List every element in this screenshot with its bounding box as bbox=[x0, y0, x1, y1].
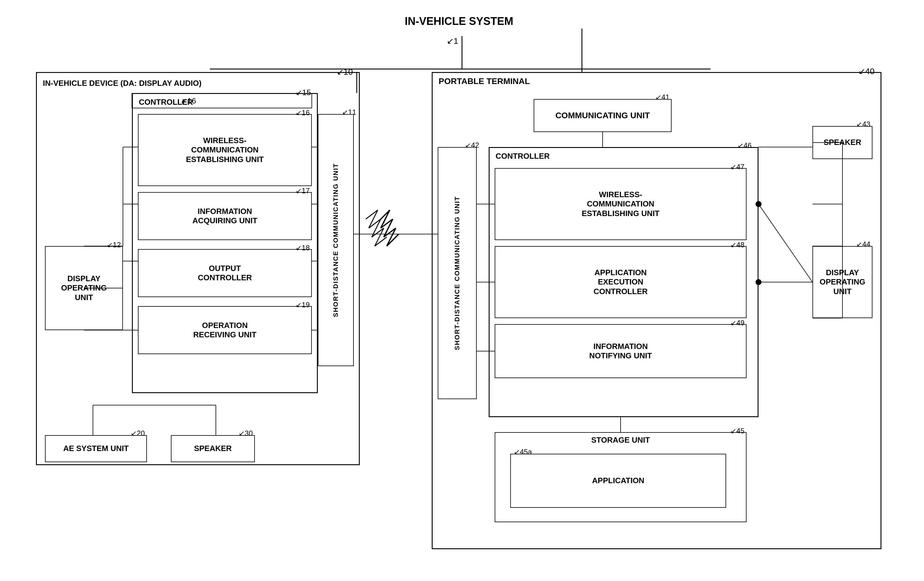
speaker-label-right: SPEAKER bbox=[813, 127, 872, 159]
right-controller-label: CONTROLLER bbox=[496, 151, 579, 162]
communicating-unit: COMMUNICATING UNIT ↙41 bbox=[534, 99, 672, 132]
info-acquiring-label: INFORMATIONACQUIRING UNIT bbox=[139, 193, 311, 240]
ref-40: ↙40 bbox=[858, 66, 874, 76]
operation-receiving-unit: OPERATIONRECEIVING UNIT ↙19 bbox=[138, 306, 312, 354]
in-vehicle-device-label: IN-VEHICLE DEVICE (DA: DISPLAY AUDIO) bbox=[43, 76, 223, 91]
storage-unit-label: STORAGE UNIT bbox=[495, 433, 746, 448]
ref-12: ↙12 bbox=[107, 241, 121, 249]
info-notifying-unit: INFORMATIONNOTIFYING UNIT ↙49 bbox=[495, 324, 746, 378]
ae-system-unit: AE SYSTEM UNIT ↙20 bbox=[45, 435, 147, 462]
app-execution-controller: APPLICATIONEXECUTIONCONTROLLER ↙48 bbox=[495, 246, 746, 318]
ref-20: ↙20 bbox=[131, 429, 145, 437]
operation-receiving-label: OPERATIONRECEIVING UNIT bbox=[139, 307, 311, 354]
ref-10: ↙10 bbox=[337, 67, 353, 77]
display-operating-label-left: DISPLAYOPERATINGUNIT bbox=[46, 247, 122, 329]
ref-42: ↙42 bbox=[465, 141, 479, 149]
app-execution-label: APPLICATIONEXECUTIONCONTROLLER bbox=[495, 247, 746, 318]
storage-unit: STORAGE UNIT ↙45 APPLICATION ↙45a bbox=[495, 432, 746, 522]
application-label: APPLICATION bbox=[511, 454, 726, 507]
speaker-right: SPEAKER ↙43 bbox=[812, 126, 873, 159]
display-operating-right: DISPLAYOPERATINGUNIT ↙44 bbox=[812, 246, 873, 318]
ref-11: ↙11 bbox=[342, 108, 356, 116]
ref-44: ↙44 bbox=[856, 240, 870, 248]
speaker-left: SPEAKER ↙30 bbox=[171, 435, 255, 462]
wireless-estab-label-left: WIRELESS-COMMUNICATIONESTABLISHING UNIT bbox=[139, 115, 311, 185]
ref-1: ↙1 bbox=[447, 36, 459, 46]
display-operating-left: DISPLAYOPERATINGUNIT ↙12 bbox=[45, 246, 123, 330]
short-distance-left: SHORT-DISTANCE COMMUNICATING UNIT ↙11 bbox=[318, 114, 354, 366]
display-operating-label-right: DISPLAYOPERATINGUNIT bbox=[813, 247, 872, 318]
info-notifying-label: INFORMATIONNOTIFYING UNIT bbox=[495, 325, 746, 377]
portable-terminal-label: PORTABLE TERMINAL bbox=[439, 75, 559, 87]
ref-45a: ↙45a bbox=[514, 448, 532, 456]
speaker-label-left: SPEAKER bbox=[172, 436, 254, 462]
output-controller: OUTPUTCONTROLLER ↙18 bbox=[138, 249, 312, 297]
short-distance-label-left: SHORT-DISTANCE COMMUNICATING UNIT bbox=[318, 115, 353, 366]
ref-41: ↙41 bbox=[655, 93, 670, 101]
application-box: APPLICATION ↙45a bbox=[510, 454, 726, 508]
ref-49: ↙49 bbox=[730, 319, 744, 327]
ref-30: ↙30 bbox=[239, 429, 253, 437]
short-distance-label-right: SHORT-DISTANCE COMMUNICATING UNIT bbox=[438, 148, 476, 399]
ref-15: ↙15 bbox=[295, 88, 311, 97]
ref-17: ↙17 bbox=[295, 187, 310, 195]
ref-45: ↙45 bbox=[730, 427, 744, 435]
ref-48: ↙48 bbox=[730, 241, 744, 249]
main-title: IN-VEHICLE SYSTEM bbox=[405, 15, 513, 28]
ref-18: ↙18 bbox=[295, 244, 310, 252]
ref-16: ↙16 bbox=[181, 96, 196, 106]
ref-46: ↙46 bbox=[738, 141, 752, 150]
diagram: IN-VEHICLE SYSTEM ↙1 IN-VEHICLE DEVICE (… bbox=[0, 0, 924, 581]
output-controller-label: OUTPUTCONTROLLER bbox=[139, 250, 311, 296]
ae-system-label: AE SYSTEM UNIT bbox=[46, 436, 146, 462]
info-acquiring-unit: INFORMATIONACQUIRING UNIT ↙17 bbox=[138, 192, 312, 240]
wireless-estab-label-right: WIRELESS-COMMUNICATIONESTABLISHING UNIT bbox=[495, 169, 746, 240]
wireless-estab-unit-left: WIRELESS-COMMUNICATIONESTABLISHING UNIT … bbox=[138, 114, 312, 186]
ref-16b: ↙16 bbox=[295, 109, 310, 117]
wireless-estab-unit-right: WIRELESS-COMMUNICATIONESTABLISHING UNIT … bbox=[495, 168, 746, 240]
ref-47: ↙47 bbox=[730, 163, 744, 171]
communicating-unit-label: COMMUNICATING UNIT bbox=[534, 99, 671, 131]
ref-43: ↙43 bbox=[856, 120, 870, 128]
ref-19: ↙19 bbox=[295, 301, 310, 309]
short-distance-right: SHORT-DISTANCE COMMUNICATING UNIT ↙42 bbox=[438, 147, 477, 399]
